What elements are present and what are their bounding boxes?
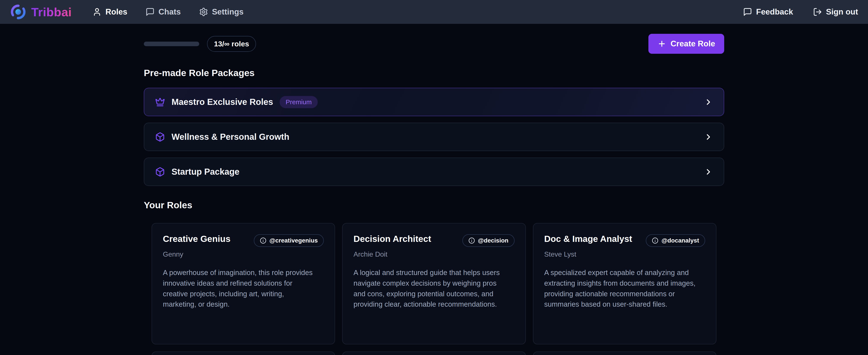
nav-item-roles[interactable]: Roles [92,7,127,17]
card-header: Doc & Image Analyst @docanalyst [544,234,705,247]
nav-label: Sign out [826,7,858,17]
nav-label: Roles [105,7,127,17]
tribbai-logo-icon [10,4,26,20]
info-icon [260,237,267,244]
nav-item-settings[interactable]: Settings [199,7,244,17]
user-icon [92,7,101,17]
sign-out-button[interactable]: Sign out [813,7,858,17]
info-icon [468,237,475,244]
role-handle-badge[interactable]: @creativegenius [254,234,324,247]
package-row-startup[interactable]: Startup Package [144,157,724,186]
crown-icon [155,97,165,107]
role-handle-badge[interactable]: @docanalyst [646,234,705,247]
role-description: A specialized expert capable of analyzin… [544,267,696,310]
main-nav: Roles Chats Settings [92,7,244,17]
roles-count-badge: 13/∞ roles [207,36,256,52]
package-title: Maestro Exclusive Roles [172,97,273,107]
role-handle: @creativegenius [270,237,318,244]
role-title: Creative Genius [163,234,230,244]
your-roles-title: Your Roles [144,200,724,210]
role-subtitle: Steve Lyst [544,250,705,258]
chevron-right-icon [704,97,713,107]
package-title: Wellness & Personal Growth [172,132,289,142]
package-title: Startup Package [172,167,239,177]
role-card[interactable] [342,352,526,355]
card-header: Creative Genius @creativegenius [163,234,324,247]
feedback-button[interactable]: Feedback [743,7,793,17]
message-icon [743,7,752,17]
card-header: Decision Architect @decision [353,234,514,247]
role-card[interactable] [533,352,716,355]
role-card-creative-genius[interactable]: Creative Genius @creativegenius Genny A … [152,223,335,345]
plus-icon [657,39,666,48]
navbar: Tribbai Roles Chats Settings Feedback Si… [0,0,868,24]
create-role-label: Create Role [671,39,715,48]
premium-badge: Premium [280,96,318,108]
create-role-button[interactable]: Create Role [648,34,724,54]
nav-item-chats[interactable]: Chats [146,7,181,17]
package-row-maestro[interactable]: Maestro Exclusive Roles Premium [144,88,724,116]
role-description: A logical and structured guide that help… [353,267,505,310]
role-card[interactable] [152,352,335,355]
role-title: Doc & Image Analyst [544,234,632,244]
role-description: A powerhouse of imagination, this role p… [163,267,314,310]
chevron-right-icon [704,132,713,142]
role-subtitle: Genny [163,250,324,258]
role-card-decision-architect[interactable]: Decision Architect @decision Archie Doit… [342,223,526,345]
role-title: Decision Architect [353,234,431,244]
role-cards-grid: Creative Genius @creativegenius Genny A … [144,223,724,345]
roles-progress-bar [144,41,199,46]
role-handle-badge[interactable]: @decision [462,234,515,247]
role-subtitle: Archie Doit [353,250,514,258]
main-content: 13/∞ roles Create Role Pre-made Role Pac… [144,24,724,355]
chevron-right-icon [704,167,713,176]
package-icon [155,167,165,177]
package-list: Maestro Exclusive Roles Premium Wellness… [144,88,724,186]
gear-icon [199,7,208,17]
brand-name: Tribbai [31,5,72,19]
role-card-doc-image-analyst[interactable]: Doc & Image Analyst @docanalyst Steve Ly… [533,223,716,345]
info-icon [652,237,658,244]
nav-label: Chats [158,7,181,17]
premade-packages-title: Pre-made Role Packages [144,68,724,78]
package-icon [155,132,165,142]
role-handle: @decision [478,237,508,244]
nav-label: Settings [212,7,244,17]
nav-right: Feedback Sign out [743,7,858,17]
logout-icon [813,7,822,17]
package-row-wellness[interactable]: Wellness & Personal Growth [144,123,724,151]
role-cards-grid-row2 [144,352,724,355]
nav-label: Feedback [756,7,793,17]
message-icon [146,7,155,17]
role-handle: @docanalyst [661,237,699,244]
brand-logo[interactable]: Tribbai [10,4,72,20]
roles-topbar: 13/∞ roles Create Role [144,34,724,54]
